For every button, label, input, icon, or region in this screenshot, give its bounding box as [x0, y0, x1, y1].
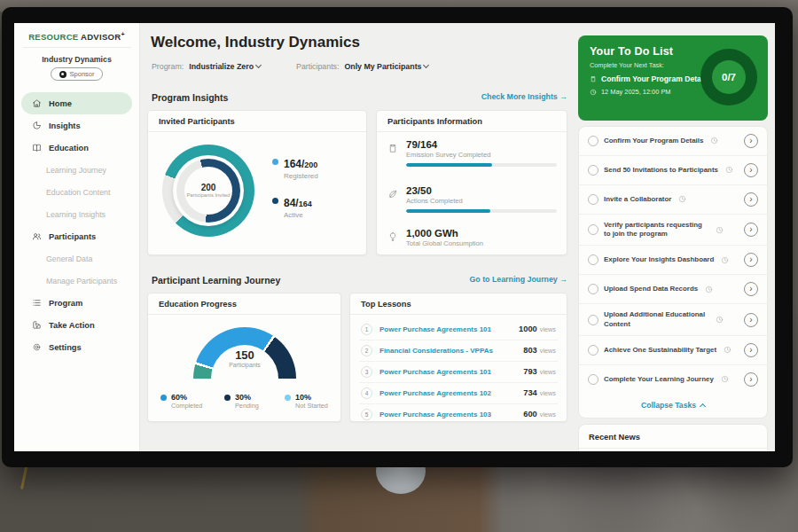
sidebar-item-general-data[interactable]: General Data — [14, 247, 139, 270]
people-icon — [32, 231, 42, 241]
clock-icon — [678, 195, 686, 203]
lesson-link[interactable]: Power Purchase Agreements 101 — [379, 368, 491, 376]
participants-information-card: Participants Information 79/164 Emission… — [376, 110, 567, 255]
legend-item-active: 84/164 Active — [272, 194, 312, 219]
education-progress-card: Education Progress 150 Participants 60% … — [147, 293, 341, 422]
lesson-link[interactable]: Financial Considerations - VPPAs — [379, 347, 493, 355]
gear-icon — [32, 342, 42, 352]
lesson-link[interactable]: Power Purchase Agreements 103 — [379, 411, 491, 419]
task-checkbox[interactable] — [588, 345, 598, 356]
task-go-button[interactable]: › — [744, 313, 758, 327]
sidebar-item-manage-participants[interactable]: Manage Participants — [14, 270, 139, 292]
task-go-button[interactable]: › — [744, 192, 758, 207]
sidebar-item-insights[interactable]: Insights — [14, 114, 139, 137]
clock-icon — [725, 166, 733, 174]
task-checkbox[interactable] — [588, 254, 598, 265]
program-filter-label: Program: — [152, 62, 184, 71]
task-checkbox[interactable] — [588, 136, 598, 146]
filters-bar: Program: Industrialize Zero Participants… — [152, 62, 428, 71]
participants-filter-label: Participants: — [296, 62, 339, 71]
task-go-button[interactable]: › — [744, 163, 758, 177]
pending-dot-icon — [224, 395, 231, 401]
invited-participants-donut-chart: 200 Participants Invited — [162, 145, 254, 237]
sidebar-item-education-content[interactable]: Education Content — [14, 181, 139, 203]
todo-progress-value: 0/7 — [712, 60, 746, 94]
sidebar-item-home[interactable]: Home — [21, 92, 132, 114]
emission-survey-progress-bar — [406, 163, 557, 167]
donut-center-label: Participants Invited — [187, 192, 231, 200]
todo-item[interactable]: Verify participants requesting to join t… — [579, 214, 767, 246]
todo-item[interactable]: Send 50 Invitations to Participants › — [579, 155, 767, 184]
lesson-row: 3 Power Purchase Agreements 101 793 view… — [350, 361, 567, 382]
sidebar-item-take-action[interactable]: Take Action — [14, 314, 139, 336]
active-dot-icon — [272, 198, 278, 204]
check-more-insights-link[interactable]: Check More Insights → — [349, 92, 567, 101]
clock-icon — [716, 226, 724, 234]
chevron-down-icon — [423, 62, 429, 68]
collapse-tasks-link[interactable]: Collapse Tasks — [579, 394, 767, 418]
todo-item[interactable]: Invite a Collaborator › — [579, 184, 767, 214]
recent-news-title: Recent News — [579, 425, 767, 449]
clock-icon — [705, 286, 713, 293]
task-go-button[interactable]: › — [744, 253, 758, 267]
rank-badge: 1 — [361, 324, 372, 335]
legend-item-not-started: 10% Not Started — [285, 393, 328, 410]
todo-item[interactable]: Explore Your Insights Dashboard › — [579, 245, 767, 274]
sidebar-item-settings[interactable]: Settings — [14, 336, 139, 358]
stat-actions-completed: 23/50 Actions Completed — [387, 185, 558, 213]
cursor-action-icon — [32, 320, 42, 330]
program-filter-dropdown[interactable]: Industrialize Zero — [189, 62, 261, 71]
page-title: Welcome, Industry Dynamics — [151, 34, 360, 51]
account-name: Industry Dynamics — [14, 55, 139, 64]
app-logo: RESOURCE ADVISOR+ — [14, 31, 139, 42]
rank-badge: 2 — [361, 345, 372, 356]
todo-item[interactable]: Complete Your Learning Journey › — [579, 364, 767, 394]
sidebar: RESOURCE ADVISOR+ Industry Dynamics Spon… — [14, 23, 140, 451]
actions-progress-bar — [406, 209, 557, 213]
todo-item[interactable]: Upload Additional Educational Content › — [579, 303, 767, 335]
lesson-row: 4 Power Purchase Agreements 102 734 view… — [350, 382, 567, 403]
todo-item[interactable]: Confirm Your Program Details › — [579, 127, 767, 155]
task-checkbox[interactable] — [588, 284, 598, 294]
todo-item[interactable]: Upload Spend Data Records › — [579, 274, 767, 303]
divider — [23, 47, 131, 48]
card-title: Education Progress — [148, 293, 340, 315]
card-title: Top Lessons — [350, 293, 567, 315]
section-title-learning-journey: Participant Learning Journey — [152, 275, 280, 286]
lesson-row: 2 Financial Considerations - VPPAs 803 v… — [350, 340, 567, 361]
task-checkbox[interactable] — [588, 194, 598, 205]
go-to-learning-journey-link[interactable]: Go to Learning Journey → — [349, 275, 567, 284]
clock-icon — [590, 89, 597, 96]
home-icon — [32, 98, 42, 108]
dashboard-screen: RESOURCE ADVISOR+ Industry Dynamics Spon… — [14, 23, 775, 451]
sidebar-item-education[interactable]: Education — [14, 137, 139, 159]
todo-summary-card: Your To Do List Complete Your Next Task:… — [578, 35, 768, 121]
sidebar-item-program[interactable]: Program — [14, 292, 139, 314]
completed-dot-icon — [160, 395, 167, 401]
registered-dot-icon — [272, 159, 278, 165]
sponsor-icon — [59, 71, 66, 78]
task-checkbox[interactable] — [588, 224, 598, 235]
lesson-link[interactable]: Power Purchase Agreements 102 — [379, 389, 491, 397]
clock-icon — [710, 137, 718, 145]
book-icon — [32, 143, 42, 153]
todo-list-card: Confirm Your Program Details › Send 50 I… — [578, 126, 768, 419]
lesson-link[interactable]: Power Purchase Agreements 101 — [379, 325, 491, 333]
task-go-button[interactable]: › — [744, 134, 758, 148]
stat-total-consumption: 1,000 GWh Total Global Consumption — [387, 228, 558, 247]
task-go-button[interactable]: › — [744, 282, 758, 296]
task-go-button[interactable]: › — [744, 223, 758, 237]
sidebar-item-learning-journey[interactable]: Learning Journey — [14, 159, 139, 181]
sidebar-item-participants[interactable]: Participants — [14, 225, 139, 247]
sidebar-item-learning-insights[interactable]: Learning Insights — [14, 203, 139, 225]
invited-participants-card: Invited Participants 200 Participants In… — [147, 110, 367, 255]
participants-filter-dropdown[interactable]: Only My Participants — [344, 62, 428, 71]
todo-item[interactable]: Achieve One Sustainability Target › — [579, 335, 767, 364]
task-go-button[interactable]: › — [744, 372, 758, 387]
sidebar-nav: Home Insights Education Learning Journey… — [14, 92, 139, 358]
list-icon — [32, 298, 42, 308]
task-checkbox[interactable] — [588, 165, 598, 176]
task-checkbox[interactable] — [588, 374, 598, 385]
task-checkbox[interactable] — [588, 315, 598, 325]
task-go-button[interactable]: › — [744, 343, 758, 357]
